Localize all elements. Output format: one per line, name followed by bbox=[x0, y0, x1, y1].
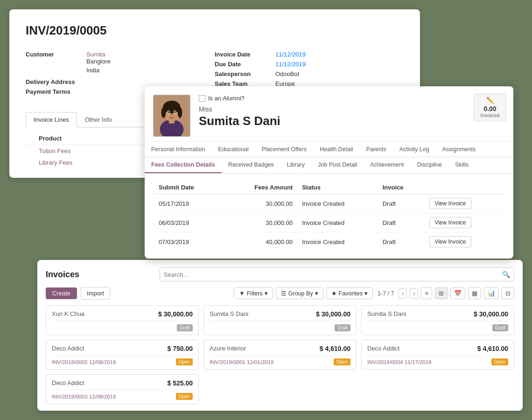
profile-tab[interactable]: Skills bbox=[448, 157, 475, 173]
inv-card-ref: INV/2019/0003 12/08/2019 bbox=[52, 394, 116, 399]
filters-button[interactable]: ▼ Filters ▾ bbox=[234, 287, 273, 299]
create-button[interactable]: Create bbox=[46, 287, 77, 299]
status-badge: Open bbox=[334, 358, 350, 365]
view-invoice-button[interactable]: View Invoice bbox=[429, 236, 471, 247]
pagination-info: 1-7 / 7 bbox=[378, 290, 394, 297]
status-badge: Draft bbox=[177, 324, 193, 331]
fees-amount: 40,000.00 bbox=[224, 232, 297, 252]
pivot-view-button[interactable]: ⊟ bbox=[502, 287, 514, 299]
edit-amount: 0.00 bbox=[476, 105, 504, 112]
inv-card-amount: $ 750.00 bbox=[168, 345, 193, 352]
col-status: Status bbox=[297, 181, 378, 194]
profile-tab[interactable]: Received Badges bbox=[222, 157, 280, 173]
inv-card-ref: INV/2019/0002 12/08/2019 bbox=[52, 359, 116, 365]
fees-submit-date: 06/03/2019 bbox=[154, 213, 224, 232]
fees-submit-date: 05/17/2019 bbox=[154, 194, 224, 213]
inv-card-name: Deco Addict bbox=[52, 345, 84, 352]
inv-card-status-row: Draft bbox=[367, 324, 508, 331]
inv-card-top: Sumita S Dani $ 30,000.00 bbox=[367, 310, 508, 318]
inv-card-top: Sumita S Dani $ 30,000.00 bbox=[210, 310, 350, 318]
profile-tab[interactable]: Achievement bbox=[364, 157, 410, 173]
fees-content: Submit Date Fees Amount Status Invoice 0… bbox=[145, 174, 513, 259]
svg-point-11 bbox=[171, 114, 173, 116]
search-input[interactable] bbox=[164, 271, 502, 278]
profile-tab[interactable]: Placement Offers bbox=[255, 142, 313, 157]
inv-card-name: Xun K Chua bbox=[52, 310, 84, 317]
chart-view-button[interactable]: 📊 bbox=[484, 287, 499, 299]
edit-icon: ✏️ bbox=[476, 97, 504, 104]
groupby-button[interactable]: ☰ Group By ▾ bbox=[276, 287, 323, 299]
profile-tab[interactable]: Activity Log bbox=[393, 142, 436, 157]
import-button[interactable]: Import bbox=[81, 287, 110, 300]
inv-card-top: Azure Interior $ 4,610.00 bbox=[210, 345, 350, 352]
inv-card-name: Deco Addict bbox=[367, 345, 399, 352]
filters-caret: ▾ bbox=[265, 290, 268, 297]
favorites-button[interactable]: ★ Favorites ▾ bbox=[326, 287, 373, 299]
favorites-caret: ▾ bbox=[364, 290, 368, 297]
invoices-title: Invoices bbox=[46, 270, 79, 280]
calendar-view-button[interactable]: 📅 bbox=[450, 287, 465, 299]
prev-page-button[interactable]: ‹ bbox=[399, 288, 407, 299]
svg-point-6 bbox=[178, 107, 182, 118]
invoice-card-item[interactable]: Azure Interior $ 4,610.00 INV/2019/0001 … bbox=[203, 340, 357, 370]
kanban-view-button[interactable]: ⊞ bbox=[435, 287, 448, 299]
profile-info: Is an Alumni? Miss Sumita S Dani bbox=[199, 95, 504, 128]
view-invoice-button[interactable]: View Invoice bbox=[429, 217, 471, 228]
invoice-card-item[interactable]: Sumita S Dani $ 30,000.00 Draft bbox=[361, 305, 514, 335]
profile-tabs-row2: Fees Collection DetailsReceived BadgesLi… bbox=[145, 157, 513, 174]
customer-city: Banglore bbox=[86, 58, 111, 65]
profile-tab[interactable]: Job Post Detail bbox=[311, 157, 364, 173]
view-invoice-button[interactable]: View Invoice bbox=[429, 198, 471, 209]
fees-action-cell: View Invoice bbox=[425, 213, 504, 232]
profile-tab[interactable]: Discipline bbox=[410, 157, 448, 173]
col-action bbox=[425, 181, 504, 194]
inv-card-amount: $ 30,000.00 bbox=[316, 310, 350, 318]
invoice-card-item[interactable]: Deco Addict $ 4,610.00 INV/2019/0004 11/… bbox=[361, 340, 514, 370]
row-arrow bbox=[26, 157, 35, 168]
inv-card-top: Deco Addict $ 750.00 bbox=[52, 345, 193, 352]
profile-tab[interactable]: Library bbox=[280, 157, 311, 173]
alumni-checkbox[interactable] bbox=[199, 95, 205, 102]
inv-card-status-row: Draft bbox=[210, 324, 350, 331]
payment-terms-label: Payment Terms bbox=[26, 88, 86, 95]
inv-card-bottom: INV/2019/0003 12/08/2019 Open bbox=[52, 393, 193, 400]
svg-point-9 bbox=[168, 111, 169, 113]
customer-country: India bbox=[86, 67, 111, 74]
row-arrow bbox=[26, 145, 35, 157]
svg-point-5 bbox=[161, 107, 166, 118]
inv-card-name: Azure Interior bbox=[210, 345, 246, 352]
profile-tab[interactable]: Personal Information bbox=[145, 142, 211, 157]
profile-salutation: Miss bbox=[199, 105, 504, 113]
inv-card-name: Deco Addict bbox=[52, 379, 84, 386]
favorites-label: Favorites bbox=[339, 290, 363, 297]
inv-card-amount: $ 4,610.00 bbox=[320, 345, 350, 352]
svg-point-10 bbox=[174, 111, 176, 113]
inv-card-top: Deco Addict $ 4,610.00 bbox=[367, 345, 508, 352]
fees-submit-date: 07/03/2019 bbox=[154, 232, 224, 252]
invoice-card-item[interactable]: Deco Addict $ 750.00 INV/2019/0002 12/08… bbox=[46, 340, 199, 370]
profile-tab[interactable]: Health Detail bbox=[313, 142, 360, 157]
tab-invoice-lines[interactable]: Invoice Lines bbox=[26, 112, 77, 127]
profile-modal: Is an Alumni? Miss Sumita S Dani ✏️ 0.00… bbox=[145, 86, 513, 259]
tab-other-info[interactable]: Other Info bbox=[77, 112, 120, 127]
grid-view-button[interactable]: ▦ bbox=[468, 287, 481, 299]
fees-status: Invoice Created bbox=[297, 232, 378, 252]
profile-tab[interactable]: Parents bbox=[360, 142, 393, 157]
invoices-header: Invoices 🔍 bbox=[46, 267, 514, 281]
profile-tab[interactable]: Educational bbox=[211, 142, 255, 157]
status-badge: Open bbox=[176, 358, 193, 365]
invoice-card-item[interactable]: Deco Addict $ 525.00 INV/2019/0003 12/08… bbox=[46, 374, 199, 404]
list-view-button[interactable]: ≡ bbox=[421, 287, 432, 299]
profile-tab[interactable]: Assignments bbox=[436, 142, 483, 157]
invoice-card-item[interactable]: Sumita S Dani $ 30,000.00 Draft bbox=[203, 305, 357, 335]
fees-status: Invoice Created bbox=[297, 213, 378, 232]
customer-name[interactable]: Sumita bbox=[86, 51, 111, 58]
inv-card-status-row: Draft bbox=[52, 324, 193, 331]
next-page-button[interactable]: › bbox=[410, 288, 418, 299]
invoice-card-item[interactable]: Xun K Chua $ 30,000.00 Draft bbox=[46, 305, 199, 335]
invoices-grid: Xun K Chua $ 30,000.00 Draft Sumita S Da… bbox=[46, 305, 514, 404]
profile-tab[interactable]: Fees Collection Details bbox=[145, 157, 222, 173]
inv-card-ref: INV/2019/0004 11/17/2019 bbox=[367, 359, 431, 365]
edit-invoiced-button[interactable]: ✏️ 0.00 Invoiced bbox=[474, 93, 506, 121]
star-icon: ★ bbox=[331, 290, 337, 297]
